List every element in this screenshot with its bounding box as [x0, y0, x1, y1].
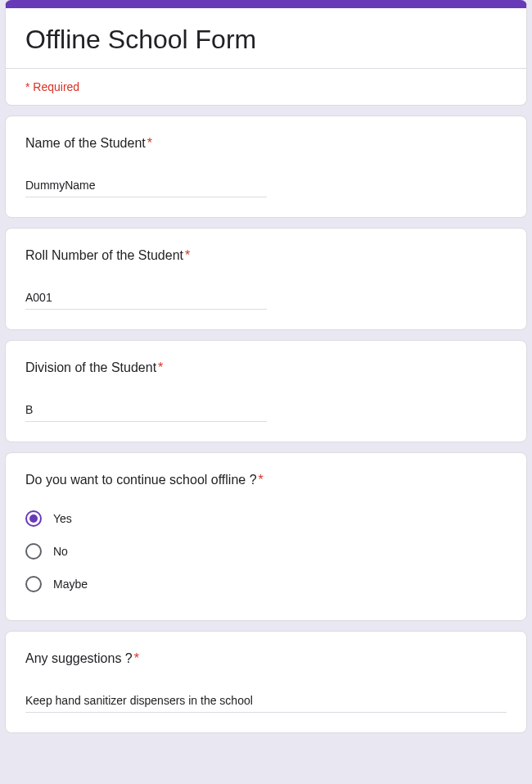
required-asterisk: *	[146, 136, 152, 150]
form-header: Offline School Form * Required	[5, 0, 527, 106]
question-label-text: Any suggestions ?	[25, 651, 133, 665]
radio-option-maybe[interactable]: Maybe	[25, 568, 507, 600]
question-name: Name of the Student*	[5, 116, 527, 218]
division-input[interactable]	[25, 400, 267, 422]
radio-label: Maybe	[53, 578, 88, 591]
radio-icon	[25, 543, 42, 560]
question-label-text: Roll Number of the Student	[25, 248, 183, 262]
question-continue: Do you want to continue school offline ?…	[5, 452, 527, 621]
radio-option-no[interactable]: No	[25, 535, 507, 568]
radio-label: No	[53, 545, 68, 558]
required-asterisk: *	[257, 473, 264, 487]
required-note: * Required	[6, 68, 526, 105]
question-label: Any suggestions ?*	[25, 651, 507, 666]
required-asterisk: *	[133, 651, 139, 665]
form-title: Offline School Form	[25, 25, 507, 55]
question-label: Do you want to continue school offline ?…	[25, 473, 507, 487]
question-label: Name of the Student*	[25, 136, 507, 151]
radio-icon	[25, 576, 42, 592]
question-label-text: Division of the Student	[25, 360, 156, 374]
question-label-text: Do you want to continue school offline ?	[25, 473, 257, 487]
radio-icon	[25, 510, 42, 527]
radio-group: Yes No Maybe	[25, 502, 507, 600]
required-asterisk: *	[183, 248, 190, 262]
question-division: Division of the Student*	[5, 340, 527, 442]
roll-input[interactable]	[25, 288, 267, 310]
question-label: Division of the Student*	[25, 360, 507, 375]
question-label: Roll Number of the Student*	[25, 248, 507, 263]
required-asterisk: *	[156, 360, 163, 374]
question-suggestions: Any suggestions ?*	[5, 631, 527, 733]
name-input[interactable]	[25, 175, 267, 197]
question-roll: Roll Number of the Student*	[5, 228, 527, 330]
suggestions-input[interactable]	[25, 691, 507, 713]
radio-label: Yes	[53, 512, 72, 525]
radio-option-yes[interactable]: Yes	[25, 502, 507, 535]
form-title-wrap: Offline School Form	[6, 8, 526, 68]
question-label-text: Name of the Student	[25, 136, 146, 150]
